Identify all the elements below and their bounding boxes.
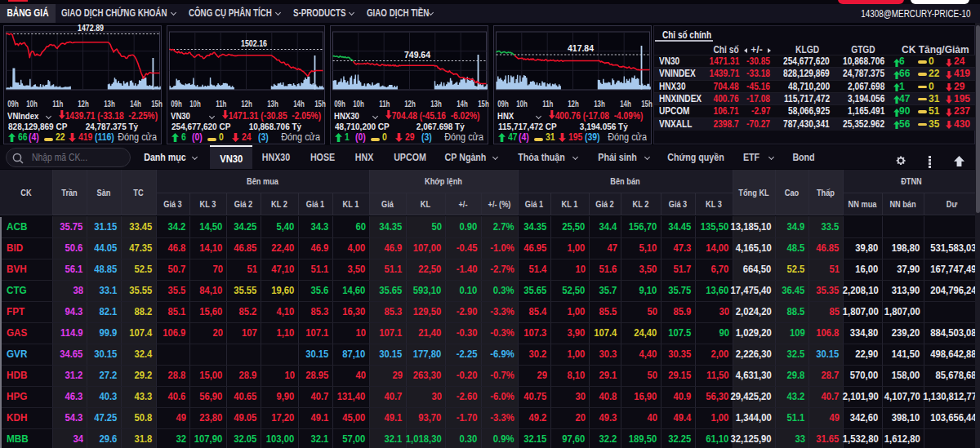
- svg-text:1502.16: 1502.16: [241, 38, 267, 48]
- svg-text:417.84: 417.84: [568, 43, 595, 53]
- svg-text:1472.89: 1472.89: [78, 23, 104, 33]
- svg-text:749.64: 749.64: [404, 50, 431, 60]
